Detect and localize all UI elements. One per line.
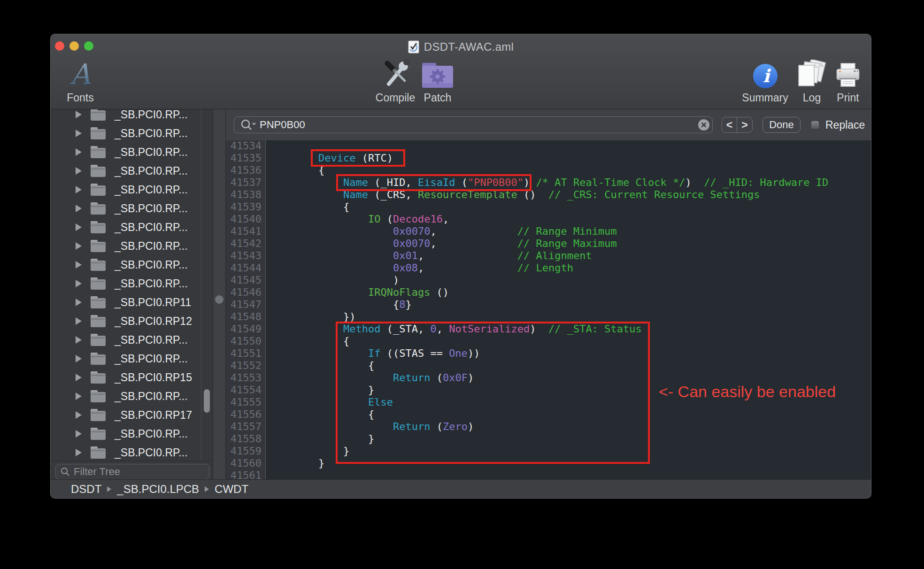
disclosure-triangle-icon[interactable] bbox=[76, 205, 82, 212]
breadcrumb: DSDT_SB.PCI0.LPCBCWDT bbox=[51, 479, 871, 498]
filter-tree-input[interactable] bbox=[74, 466, 196, 478]
line-number: 41534 bbox=[226, 140, 262, 152]
disclosure-triangle-icon[interactable] bbox=[76, 355, 82, 362]
breadcrumb-item[interactable]: _SB.PCI0.LPCB bbox=[117, 483, 199, 496]
breadcrumb-item[interactable]: CWDT bbox=[215, 483, 248, 496]
fonts-icon: A bbox=[70, 60, 90, 89]
summary-info-icon: i bbox=[753, 63, 778, 89]
disclosure-triangle-icon[interactable] bbox=[76, 374, 82, 381]
folder-icon bbox=[90, 109, 106, 121]
search-field[interactable] bbox=[234, 116, 713, 133]
split-divider[interactable] bbox=[213, 109, 226, 480]
tree-row[interactable]: _SB.PCI0.RP15 bbox=[51, 368, 201, 387]
patch-label: Patch bbox=[424, 92, 452, 104]
clear-search-icon[interactable] bbox=[697, 118, 710, 131]
folder-icon bbox=[90, 258, 106, 271]
summary-button[interactable]: i Summary bbox=[740, 58, 790, 104]
code-line: 41543 0x01, // Alignment bbox=[226, 250, 871, 262]
tree-row[interactable]: _SB.PCI0.RP... bbox=[51, 237, 201, 255]
tree-row[interactable]: _SB.PCI0.RP... bbox=[51, 443, 201, 462]
tree-item-label: _SB.PCI0.RP... bbox=[115, 165, 188, 177]
tree-row[interactable]: _SB.PCI0.RP... bbox=[51, 424, 201, 443]
line-number: 41554 bbox=[226, 384, 262, 396]
disclosure-triangle-icon[interactable] bbox=[76, 392, 82, 400]
log-label: Log bbox=[803, 92, 821, 104]
disclosure-triangle-icon[interactable] bbox=[76, 167, 82, 175]
tree-row[interactable]: _SB.PCI0.RP... bbox=[51, 143, 201, 161]
disclosure-triangle-icon[interactable] bbox=[76, 223, 82, 231]
folder-icon bbox=[90, 202, 106, 215]
disclosure-triangle-icon[interactable] bbox=[76, 449, 82, 456]
replace-label[interactable]: Replace bbox=[825, 119, 865, 131]
patch-button[interactable]: Patch bbox=[420, 58, 455, 104]
search-input[interactable] bbox=[260, 119, 673, 131]
tree-row[interactable]: _SB.PCI0.RP... bbox=[51, 274, 201, 293]
breadcrumb-item[interactable]: DSDT bbox=[71, 483, 101, 496]
find-previous-button[interactable]: < bbox=[722, 117, 737, 132]
log-button[interactable]: Log bbox=[796, 58, 828, 104]
tree-row[interactable]: _SB.PCI0.RP... bbox=[51, 349, 201, 368]
folder-icon bbox=[90, 333, 106, 346]
tree-row[interactable]: _SB.PCI0.RP12 bbox=[51, 312, 201, 331]
done-button[interactable]: Done bbox=[762, 117, 801, 133]
tree-row[interactable]: _SB.PCI0.RP17 bbox=[51, 406, 201, 424]
line-number: 41545 bbox=[226, 274, 262, 286]
tree-row[interactable]: _SB.PCI0.RP... bbox=[51, 180, 201, 199]
tree-item-label: _SB.PCI0.RP... bbox=[115, 146, 188, 159]
document-icon bbox=[408, 40, 419, 54]
disclosure-triangle-icon[interactable] bbox=[76, 148, 82, 156]
sidebar-scroll-track bbox=[201, 109, 201, 461]
content-area: _SB.PCI0.RP... _SB.PCI0.RP... _SB.PCI0.R… bbox=[51, 109, 871, 480]
disclosure-triangle-icon[interactable] bbox=[76, 299, 82, 306]
find-nav-segment: < > bbox=[722, 117, 753, 133]
window-title-group: DSDT-AWAC.aml bbox=[51, 40, 871, 54]
window-header: DSDT-AWAC.aml A Fonts Compile bbox=[51, 34, 871, 109]
find-next-button[interactable]: > bbox=[737, 117, 752, 132]
tree-item-label: _SB.PCI0.RP17 bbox=[115, 409, 192, 422]
tree-row[interactable]: _SB.PCI0.RP... bbox=[51, 387, 201, 406]
disclosure-triangle-icon[interactable] bbox=[76, 186, 82, 193]
code-line: 41544 0x08, // Length bbox=[226, 262, 871, 274]
sidebar-footer bbox=[51, 461, 213, 480]
disclosure-triangle-icon[interactable] bbox=[76, 317, 82, 325]
tree-item-label: _SB.PCI0.RP... bbox=[115, 127, 188, 140]
tree-row[interactable]: _SB.PCI0.RP... bbox=[51, 109, 201, 124]
fonts-button[interactable]: A Fonts bbox=[59, 58, 101, 104]
disclosure-triangle-icon[interactable] bbox=[76, 111, 82, 118]
disclosure-triangle-icon[interactable] bbox=[76, 411, 82, 419]
line-number: 41555 bbox=[226, 396, 262, 408]
line-number: 41542 bbox=[226, 238, 262, 250]
tree-item-label: _SB.PCI0.RP15 bbox=[115, 371, 192, 384]
disclosure-triangle-icon[interactable] bbox=[76, 130, 82, 137]
tree-row[interactable]: _SB.PCI0.RP... bbox=[51, 255, 201, 274]
line-number: 41556 bbox=[226, 408, 262, 421]
filter-tree-field[interactable] bbox=[55, 464, 209, 480]
search-icon bbox=[240, 118, 257, 131]
disclosure-triangle-icon[interactable] bbox=[76, 261, 82, 269]
sidebar-scrollbar-thumb[interactable] bbox=[204, 389, 210, 413]
split-drag-handle[interactable] bbox=[215, 295, 223, 304]
folder-icon bbox=[90, 427, 106, 440]
disclosure-triangle-icon[interactable] bbox=[76, 280, 82, 287]
folder-icon bbox=[90, 390, 106, 403]
tree-row[interactable]: _SB.PCI0.RP11 bbox=[51, 293, 201, 312]
code-line: 41541 0x0070, // Range Minimum bbox=[226, 225, 871, 238]
breadcrumb-separator-icon bbox=[107, 486, 111, 492]
line-number: 41541 bbox=[226, 225, 262, 238]
print-button[interactable]: Print bbox=[830, 58, 866, 104]
tree-row[interactable]: _SB.PCI0.RP... bbox=[51, 218, 201, 237]
disclosure-triangle-icon[interactable] bbox=[76, 430, 82, 438]
disclosure-triangle-icon[interactable] bbox=[76, 242, 82, 250]
tree-row[interactable]: _SB.PCI0.RP... bbox=[51, 161, 201, 180]
editor-pane: < > Done Replace 4153441535 Device (RTC)… bbox=[226, 109, 871, 480]
folder-icon bbox=[90, 277, 106, 290]
replace-checkbox[interactable] bbox=[811, 121, 819, 129]
code-editor[interactable]: 4153441535 Device (RTC)41536 {41537 Name… bbox=[226, 140, 871, 480]
disclosure-triangle-icon[interactable] bbox=[76, 336, 82, 344]
tree-row[interactable]: _SB.PCI0.RP... bbox=[51, 199, 201, 218]
tree-row[interactable]: _SB.PCI0.RP... bbox=[51, 124, 201, 143]
tree-row[interactable]: _SB.PCI0.RP... bbox=[51, 331, 201, 349]
tree-item-label: _SB.PCI0.RP... bbox=[115, 334, 188, 346]
tree-item-label: _SB.PCI0.RP... bbox=[115, 259, 188, 271]
compile-button[interactable]: Compile bbox=[372, 58, 419, 104]
